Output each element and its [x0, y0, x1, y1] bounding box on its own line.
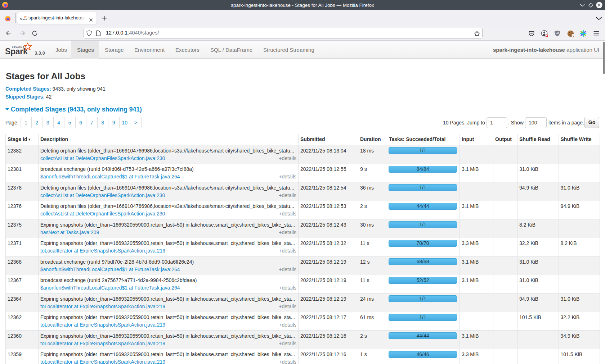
- svg-text:uO: uO: [556, 32, 559, 35]
- svg-text:Spark: Spark: [5, 47, 28, 56]
- svg-text:Spark: Spark: [20, 18, 27, 21]
